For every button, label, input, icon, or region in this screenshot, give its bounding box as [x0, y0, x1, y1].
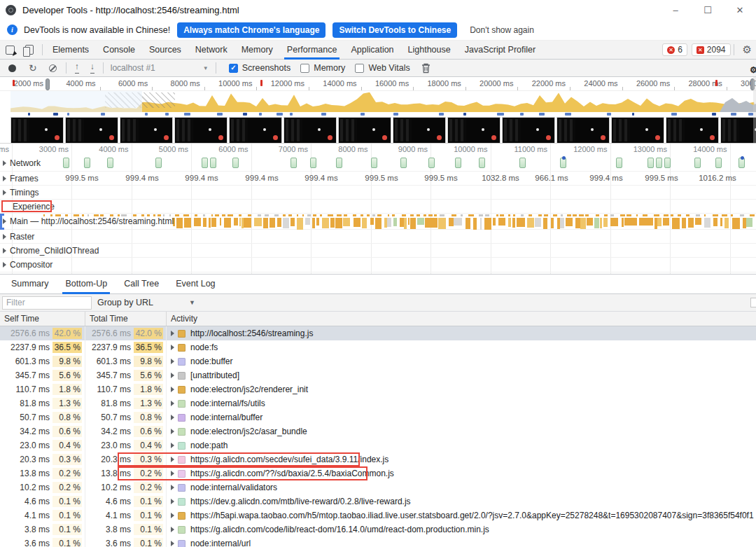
track-label[interactable]: Network — [3, 158, 41, 168]
flame-bar[interactable] — [594, 218, 599, 228]
flame-bar[interactable] — [580, 218, 586, 229]
flame-bar[interactable] — [362, 218, 368, 228]
column-header-total-time[interactable]: Total Time — [85, 312, 167, 326]
network-request-icon[interactable] — [400, 158, 407, 168]
screenshot-thumbnail[interactable] — [556, 117, 610, 144]
flame-bar[interactable] — [480, 218, 482, 230]
flame-bar[interactable] — [354, 218, 361, 227]
flame-bar[interactable] — [316, 218, 318, 226]
trash-icon[interactable] — [421, 63, 430, 74]
track-row-network[interactable]: Network — [0, 155, 756, 172]
screenshot-thumbnail[interactable] — [447, 117, 500, 144]
track-label[interactable]: Timings — [3, 188, 39, 198]
network-request-icon[interactable] — [232, 158, 239, 168]
flame-bar[interactable] — [184, 218, 191, 228]
flame-bar[interactable] — [375, 218, 382, 229]
flame-bar[interactable] — [400, 218, 404, 227]
expander-triangle-icon[interactable] — [171, 429, 174, 434]
tab-console[interactable]: Console — [96, 41, 142, 60]
table-row[interactable]: 2576.6 ms42.0 %2576.6 ms42.0 %http://loc… — [0, 326, 756, 340]
network-request-icon[interactable] — [560, 158, 566, 168]
table-row[interactable]: 50.7 ms0.8 %50.7 ms0.8 %node:internal/bu… — [0, 410, 756, 424]
column-header-activity[interactable]: Activity — [167, 312, 756, 326]
table-row[interactable]: 4.1 ms0.1 %4.1 ms0.1 %https://h5api.wapa… — [0, 508, 756, 522]
inspect-element-icon[interactable] — [0, 41, 20, 59]
flame-bar[interactable] — [410, 218, 416, 229]
table-row[interactable]: 20.3 ms0.3 %20.3 ms0.3 %https://g.alicdn… — [0, 452, 756, 466]
capture-settings-gear-icon[interactable]: ⚙ — [750, 65, 756, 76]
expander-triangle-icon[interactable] — [171, 485, 174, 490]
track-label[interactable]: Frames — [3, 174, 38, 184]
expander-triangle-icon[interactable] — [171, 345, 174, 350]
network-request-icon[interactable] — [738, 158, 745, 168]
flame-bar[interactable] — [610, 218, 619, 226]
expander-triangle-icon[interactable] — [3, 190, 6, 195]
flame-bar[interactable] — [512, 218, 515, 228]
tab-memory[interactable]: Memory — [234, 41, 280, 60]
network-request-icon[interactable] — [715, 158, 722, 168]
track-row-compositor[interactable]: Compositor — [0, 258, 756, 272]
flame-bar[interactable] — [484, 218, 491, 230]
flame-bar[interactable] — [465, 218, 471, 229]
network-request-icon[interactable] — [371, 158, 377, 168]
flame-bar[interactable] — [535, 218, 540, 227]
network-request-icon[interactable] — [694, 158, 701, 168]
network-request-icon[interactable] — [479, 158, 485, 168]
screenshot-thumbnail[interactable] — [611, 117, 664, 144]
flame-bar[interactable] — [322, 218, 329, 228]
table-row[interactable]: 3.6 ms0.1 %3.6 ms0.1 %node:internal/url — [0, 536, 756, 547]
flame-bar[interactable] — [663, 218, 668, 226]
flame-bar[interactable] — [305, 218, 310, 225]
flame-bar[interactable] — [746, 218, 752, 227]
switch-to-chinese-button[interactable]: Switch DevTools to Chinese — [332, 22, 457, 38]
table-row[interactable]: 81.8 ms1.3 %81.8 ms1.3 %node:internal/fs… — [0, 396, 756, 410]
flame-bar[interactable] — [387, 218, 391, 227]
network-request-icon[interactable] — [155, 158, 162, 168]
flame-bar[interactable] — [335, 218, 342, 228]
flame-bar[interactable] — [297, 218, 304, 230]
expander-triangle-icon[interactable] — [3, 262, 6, 268]
table-row[interactable]: 601.3 ms9.8 %601.3 ms9.8 %node:buffer — [0, 354, 756, 368]
track-label[interactable]: Compositor — [3, 260, 52, 270]
expander-triangle-icon[interactable] — [171, 499, 174, 504]
table-row[interactable]: 23.0 ms0.4 %23.0 ms0.4 %node:path — [0, 438, 756, 452]
flame-bar[interactable] — [557, 218, 560, 229]
clear-icon[interactable] — [49, 64, 57, 72]
flame-bar[interactable] — [194, 218, 201, 226]
network-request-icon[interactable] — [656, 158, 662, 168]
flame-bar[interactable] — [425, 218, 433, 228]
tab-event-log[interactable]: Event Log — [167, 275, 223, 294]
flame-bar[interactable] — [654, 218, 657, 229]
network-request-icon[interactable] — [290, 158, 297, 168]
flame-bar[interactable] — [270, 218, 275, 228]
flame-bar[interactable] — [600, 218, 602, 228]
flame-bar[interactable] — [713, 218, 718, 226]
track-label[interactable]: Main — http://localhost:2546/streaming.h… — [3, 216, 174, 226]
screenshot-thumbnail[interactable] — [10, 117, 64, 144]
table-row[interactable]: 34.2 ms0.6 %34.2 ms0.6 %node:electron/js… — [0, 424, 756, 438]
tab-sources[interactable]: Sources — [142, 41, 188, 60]
flame-bar[interactable] — [498, 218, 505, 226]
flame-bar[interactable] — [454, 218, 462, 226]
settings-gear-icon[interactable]: ⚙ — [743, 43, 752, 56]
screenshot-thumbnail[interactable] — [720, 117, 756, 144]
flame-bar[interactable] — [508, 218, 511, 227]
expander-triangle-icon[interactable] — [171, 471, 174, 476]
flame-bar[interactable] — [408, 218, 410, 225]
flame-bar[interactable] — [704, 218, 710, 228]
flame-bar[interactable] — [343, 218, 350, 226]
flame-bar[interactable] — [629, 218, 637, 226]
profile-select[interactable]: localhost #1 ▼ — [111, 63, 209, 73]
screenshot-thumbnail[interactable] — [666, 117, 719, 144]
expander-triangle-icon[interactable] — [171, 527, 174, 532]
flame-bar[interactable] — [732, 218, 740, 229]
screenshot-thumbnail[interactable] — [338, 117, 391, 144]
track-row-timings[interactable]: Timings — [0, 186, 756, 200]
network-request-icon[interactable] — [107, 158, 113, 168]
flame-bar[interactable] — [244, 218, 251, 228]
network-request-icon[interactable] — [648, 158, 654, 168]
screenshot-thumbnail[interactable] — [284, 117, 337, 144]
dont-show-again-button[interactable]: Don't show again — [464, 22, 540, 38]
expander-triangle-icon[interactable] — [3, 248, 6, 254]
flame-bar[interactable] — [176, 218, 183, 228]
